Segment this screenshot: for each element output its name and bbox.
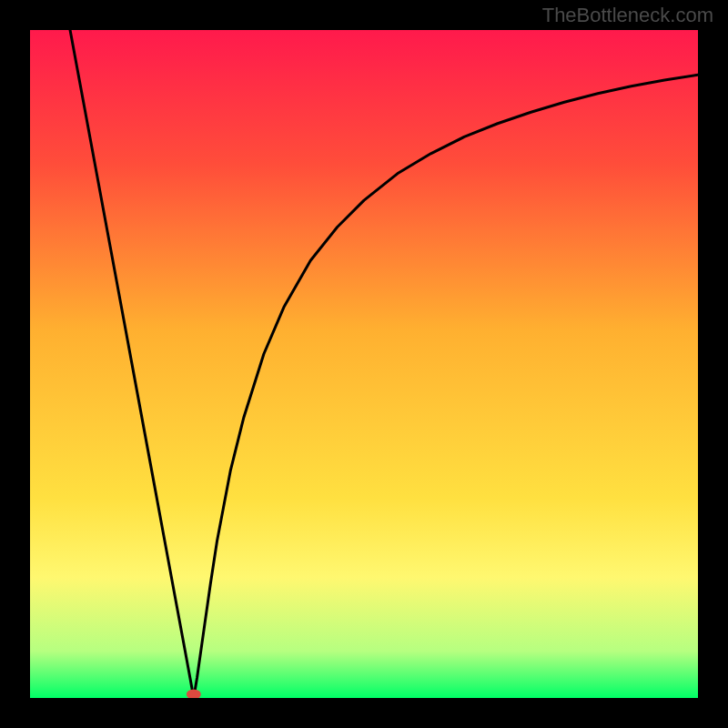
watermark-text: TheBottleneck.com	[542, 4, 713, 27]
chart-plot	[30, 30, 698, 698]
chart-frame: TheBottleneck.com	[0, 0, 728, 728]
plot-background	[30, 30, 698, 698]
